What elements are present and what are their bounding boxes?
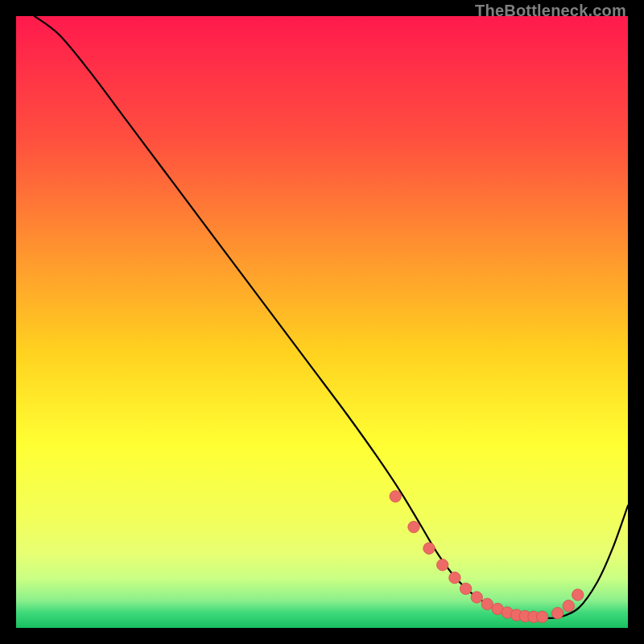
chart-canvas xyxy=(16,16,628,628)
highlight-dot xyxy=(572,589,583,601)
highlight-dot xyxy=(449,572,460,583)
highlight-dot xyxy=(390,490,401,502)
highlight-dot xyxy=(536,611,547,622)
highlight-dot xyxy=(437,559,448,571)
chart-frame: TheBottleneck.com xyxy=(0,0,644,644)
gradient-background xyxy=(16,16,628,628)
highlight-dot xyxy=(423,543,435,554)
highlight-dot xyxy=(551,608,563,619)
plot-area xyxy=(16,16,628,628)
highlight-dot xyxy=(481,598,493,609)
watermark-text: TheBottleneck.com xyxy=(475,2,626,20)
highlight-dot xyxy=(408,521,419,532)
highlight-dot xyxy=(563,600,574,611)
highlight-dot xyxy=(471,592,482,603)
highlight-dot xyxy=(460,583,471,594)
